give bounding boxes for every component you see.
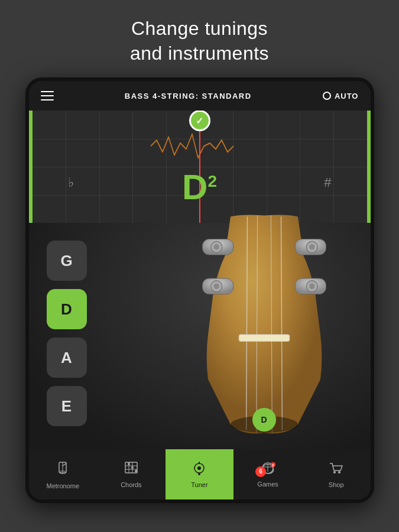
nav-shop-label: Shop bbox=[329, 481, 344, 488]
svg-point-28 bbox=[131, 466, 134, 469]
note-pin-indicator: D bbox=[252, 408, 276, 432]
nav-tuner[interactable]: Tuner bbox=[166, 449, 234, 499]
svg-rect-16 bbox=[239, 335, 290, 341]
tablet-device: BASS 4-STRING: STANDARD AUTO bbox=[25, 77, 374, 503]
tablet-content: BASS 4-STRING: STANDARD AUTO bbox=[29, 81, 371, 499]
header-text: Change tunings and instruments bbox=[106, 0, 293, 77]
nav-chords[interactable]: Chords bbox=[97, 449, 166, 499]
svg-point-29 bbox=[135, 470, 137, 472]
tuner-display: ✓ ♭ # D2 bbox=[29, 111, 371, 223]
svg-point-39 bbox=[333, 471, 336, 473]
nav-metronome[interactable]: Metronome bbox=[29, 449, 98, 499]
flat-sign: ♭ bbox=[68, 175, 74, 190]
auto-label: AUTO bbox=[335, 92, 359, 100]
svg-point-33 bbox=[198, 473, 200, 475]
games-badge: 6 bbox=[255, 466, 266, 477]
string-g-button[interactable]: G bbox=[47, 241, 87, 281]
tuner-icon bbox=[192, 461, 206, 479]
bottom-nav: Metronome Chords bbox=[29, 449, 371, 499]
svg-point-5 bbox=[213, 284, 219, 290]
header-section: Change tunings and instruments bbox=[106, 0, 293, 77]
svg-point-2 bbox=[213, 244, 219, 250]
string-d-button[interactable]: D bbox=[47, 289, 87, 329]
string-e-button[interactable]: E bbox=[47, 386, 87, 426]
instrument-title: BASS 4-STRING: STANDARD bbox=[60, 92, 317, 100]
guitar-headstock-image bbox=[181, 211, 347, 436]
side-edge-right bbox=[371, 199, 374, 229]
chords-icon bbox=[123, 461, 140, 479]
string-a-button[interactable]: A bbox=[47, 338, 87, 378]
auto-button[interactable]: AUTO bbox=[323, 92, 359, 100]
nav-shop[interactable]: Shop bbox=[302, 449, 371, 499]
tuned-indicator: ✓ bbox=[189, 111, 210, 131]
nav-chords-label: Chords bbox=[121, 481, 141, 488]
svg-point-31 bbox=[197, 466, 201, 470]
top-bar: BASS 4-STRING: STANDARD AUTO bbox=[29, 81, 371, 111]
nav-games-label: Games bbox=[257, 481, 278, 488]
string-buttons: G D A E bbox=[47, 241, 87, 426]
svg-point-8 bbox=[309, 244, 315, 250]
shop-icon bbox=[329, 461, 344, 479]
menu-button[interactable] bbox=[41, 91, 54, 100]
guitar-area: G D A E bbox=[29, 223, 371, 449]
svg-point-11 bbox=[309, 284, 315, 290]
checkmark-icon: ✓ bbox=[196, 115, 203, 126]
svg-point-40 bbox=[338, 471, 340, 473]
nav-games[interactable]: 6 6 Games bbox=[233, 449, 302, 499]
svg-point-27 bbox=[128, 463, 130, 465]
svg-line-20 bbox=[63, 463, 66, 466]
nav-metronome-label: Metronome bbox=[46, 482, 79, 489]
tuned-circle: ✓ bbox=[189, 111, 210, 131]
sharp-sign: # bbox=[324, 175, 331, 190]
auto-circle-icon bbox=[323, 92, 331, 100]
current-note: D2 bbox=[182, 170, 217, 205]
metronome-icon bbox=[54, 460, 71, 480]
nav-tuner-label: Tuner bbox=[191, 481, 207, 488]
